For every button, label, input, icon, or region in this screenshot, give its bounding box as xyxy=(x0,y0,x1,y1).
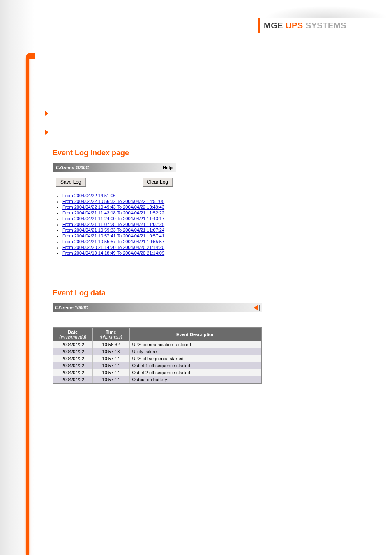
cell-date: 2004/04/22 xyxy=(53,376,92,384)
log-link[interactable]: From 2004/04/21 11:24:00 To 2004/04/21 1… xyxy=(62,216,164,221)
log-link[interactable]: From 2004/04/21 11:43:18 To 2004/04/21 1… xyxy=(62,210,164,215)
table-row: 2004/04/2210:57:14UPS off sequence start… xyxy=(53,355,262,362)
cell-date: 2004/04/22 xyxy=(53,362,92,369)
footer-divider xyxy=(45,523,371,523)
cell-desc: Outlet 1 off sequence started xyxy=(129,362,262,369)
brand-mge: MGE xyxy=(264,21,283,30)
log-link-list: From 2004/04/22 14:51:06From 2004/04/22 … xyxy=(55,193,176,256)
log-link-item: From 2004/04/21 11:43:18 To 2004/04/21 1… xyxy=(62,210,176,216)
cell-date: 2004/04/22 xyxy=(53,355,92,362)
log-link-item: From 2004/04/22 10:49:43 To 2004/04/22 1… xyxy=(62,204,176,210)
cell-time: 10:56:32 xyxy=(92,341,129,348)
log-link-item: From 2004/04/22 10:56:32 To 2004/04/22 1… xyxy=(62,198,176,204)
cell-time: 10:57:14 xyxy=(92,362,129,369)
section-title-index: Event Log index page xyxy=(53,149,362,157)
cell-time: 10:57:13 xyxy=(92,348,129,355)
cell-desc: UPS off sequence started xyxy=(129,355,262,362)
table-row: 2004/04/2210:56:32UPS communication rest… xyxy=(53,341,262,348)
left-shadow xyxy=(0,0,35,555)
log-link-item: From 2004/04/21 10:59:33 To 2004/04/21 1… xyxy=(62,227,176,233)
cell-desc: UPS communication restored xyxy=(129,341,262,348)
arrow-right-icon xyxy=(45,130,48,135)
cell-desc: Utility failure xyxy=(129,348,262,355)
section-title-data: Event Log data xyxy=(53,289,362,297)
log-link[interactable]: From 2004/04/21 10:57:41 To 2004/04/21 1… xyxy=(62,233,164,238)
arrow-right-icon xyxy=(45,111,48,116)
log-link-item: From 2004/04/19 14:18:49 To 2004/04/20 2… xyxy=(62,250,176,256)
cell-desc: Outlet 2 off sequence started xyxy=(129,369,262,376)
table-row: 2004/04/2210:57:14Outlet 1 off sequence … xyxy=(53,362,262,369)
panel-titlebar: EXtreme 1000C xyxy=(53,303,262,312)
cell-time: 10:57:14 xyxy=(92,376,129,384)
table-row: 2004/04/2210:57:14Output on battery xyxy=(53,376,262,384)
bullet-row-2 xyxy=(45,130,362,135)
log-link[interactable]: From 2004/04/22 10:49:43 To 2004/04/22 1… xyxy=(62,205,164,210)
cell-date: 2004/04/22 xyxy=(53,341,92,348)
bullet-row-1 xyxy=(45,111,362,116)
log-link-item: From 2004/04/20 21:14:20 To 2004/04/20 2… xyxy=(62,244,176,250)
device-name: EXtreme 1000C xyxy=(56,165,89,170)
help-link[interactable]: Help xyxy=(163,165,173,170)
log-link[interactable]: From 2004/04/22 10:56:32 To 2004/04/22 1… xyxy=(62,199,164,204)
log-link[interactable]: From 2004/04/21 11:07:25 To 2004/04/21 1… xyxy=(62,222,164,227)
log-link[interactable]: From 2004/04/22 14:51:06 xyxy=(62,193,116,198)
log-link[interactable]: From 2004/04/20 21:14:20 To 2004/04/20 2… xyxy=(62,245,164,250)
brand-systems: SYSTEMS xyxy=(306,21,346,30)
panel-titlebar: EXtreme 1000C Help xyxy=(53,163,176,172)
col-date: Date (yyyy/mm/dd) xyxy=(53,327,92,341)
cell-time: 10:57:14 xyxy=(92,355,129,362)
event-log-data-panel: EXtreme 1000C Date (yyyy/mm/dd) Time (hh… xyxy=(53,303,262,410)
log-link-item: From 2004/04/21 10:57:41 To 2004/04/21 1… xyxy=(62,233,176,239)
brand-ups: UPS xyxy=(283,21,306,30)
event-log-index-panel: EXtreme 1000C Help Save Log Clear Log Fr… xyxy=(53,163,176,256)
device-name: EXtreme 1000C xyxy=(55,305,88,310)
log-link[interactable]: From 2004/04/19 14:18:49 To 2004/04/20 2… xyxy=(62,251,164,256)
table-row: 2004/04/2210:57:13Utility failure xyxy=(53,348,262,355)
table-row: 2004/04/2210:57:14Outlet 2 off sequence … xyxy=(53,369,262,376)
cell-time: 10:57:14 xyxy=(92,369,129,376)
back-button[interactable] xyxy=(254,305,260,311)
orange-stripe xyxy=(26,58,29,555)
log-link-item: From 2004/04/21 10:55:57 To 2004/04/21 1… xyxy=(62,239,176,244)
log-link[interactable]: From 2004/04/21 10:55:57 To 2004/04/21 1… xyxy=(62,239,164,244)
cell-date: 2004/04/22 xyxy=(53,369,92,376)
footer-link-placeholder xyxy=(53,403,262,410)
save-log-button[interactable]: Save Log xyxy=(56,178,86,186)
log-link-item: From 2004/04/22 14:51:06 xyxy=(62,193,176,198)
event-table: Date (yyyy/mm/dd) Time (hh:mm:ss) Event … xyxy=(53,327,262,384)
col-desc: Event Description xyxy=(129,327,262,341)
log-link-item: From 2004/04/21 11:24:00 To 2004/04/21 1… xyxy=(62,216,176,221)
col-time: Time (hh:mm:ss) xyxy=(92,327,129,341)
cell-desc: Output on battery xyxy=(129,376,262,384)
clear-log-button[interactable]: Clear Log xyxy=(142,178,173,186)
log-link-item: From 2004/04/21 11:07:25 To 2004/04/21 1… xyxy=(62,221,176,227)
cell-date: 2004/04/22 xyxy=(53,348,92,355)
brand-bar: MGE UPS SYSTEMS xyxy=(258,18,371,33)
log-link[interactable]: From 2004/04/21 10:59:33 To 2004/04/21 1… xyxy=(62,228,164,233)
